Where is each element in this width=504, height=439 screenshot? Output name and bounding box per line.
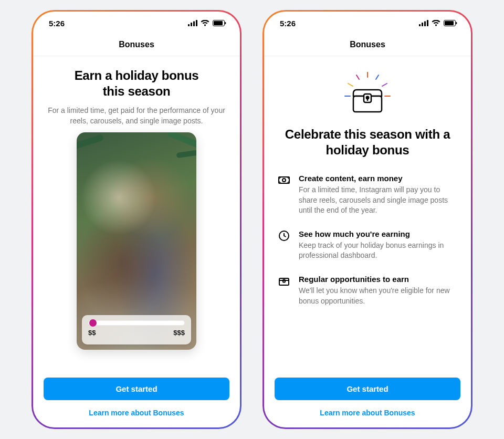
feature-opportunities: Regular opportunities to earn We'll let … (278, 275, 457, 306)
cellular-icon (419, 19, 428, 28)
learn-more-link[interactable]: Learn more about Bonuses (275, 409, 460, 417)
svg-rect-0 (188, 24, 190, 26)
title-line-2: this season (103, 84, 171, 98)
slider-min-label: $$ (88, 329, 96, 337)
money-icon (278, 174, 290, 186)
status-bar: 5:26 (264, 12, 471, 35)
slider-thumb[interactable] (89, 319, 97, 327)
feature-desc: Keep track of your holiday bonus earning… (299, 241, 457, 261)
earnings-slider-overlay: $$ $$$ (82, 315, 191, 344)
title-line-2: holiday bonus (326, 143, 410, 157)
status-icons (419, 19, 457, 28)
phone-frame-right: 5:26 Bonuses (262, 10, 472, 429)
svg-rect-2 (193, 21, 195, 26)
svg-rect-3 (196, 20, 197, 26)
svg-rect-13 (456, 22, 457, 24)
svg-rect-1 (191, 23, 192, 26)
page-title: Earn a holiday bonus this season (75, 68, 199, 99)
get-started-button[interactable]: Get started (44, 378, 229, 400)
battery-icon (444, 19, 457, 28)
get-started-button[interactable]: Get started (275, 378, 460, 400)
svg-rect-5 (214, 21, 223, 25)
svg-rect-10 (427, 20, 428, 26)
clock-icon (278, 229, 290, 242)
nav-title: Bonuses (33, 35, 240, 56)
svg-line-17 (348, 83, 353, 86)
feature-title: Regular opportunities to earn (299, 275, 457, 284)
svg-rect-12 (445, 21, 454, 25)
feature-title: See how much you're earning (299, 229, 457, 238)
slider-max-label: $$$ (173, 329, 185, 337)
feature-desc: For a limited time, Instagram will pay y… (299, 185, 457, 216)
svg-rect-7 (419, 24, 421, 26)
svg-line-16 (376, 75, 379, 79)
svg-rect-9 (424, 21, 426, 26)
hero-image-card: $$ $$$ (77, 132, 196, 350)
slider-labels: $$ $$$ (88, 329, 185, 337)
battery-icon (213, 19, 226, 28)
svg-rect-6 (225, 22, 226, 24)
phone-screen-right: 5:26 Bonuses (264, 12, 471, 427)
svg-rect-8 (422, 23, 423, 26)
phone-screen-left: 5:26 Bonuses Earn a holiday bonus this s… (33, 12, 240, 427)
status-bar: 5:26 (33, 12, 240, 35)
status-icons (188, 19, 226, 28)
title-line-1: Earn a holiday bonus (75, 68, 199, 82)
wifi-icon (432, 19, 440, 28)
nav-title: Bonuses (264, 35, 471, 56)
page-subtitle: For a limited time, get paid for the per… (47, 106, 226, 126)
feature-list: Create content, earn money For a limited… (275, 174, 460, 320)
status-time: 5:26 (49, 19, 65, 28)
phone-frame-left: 5:26 Bonuses Earn a holiday bonus this s… (32, 10, 242, 429)
treasure-chest-icon (339, 72, 396, 117)
earnings-slider[interactable] (88, 320, 185, 326)
wifi-icon (201, 19, 209, 28)
title-line-1: Celebrate this season with a (285, 127, 450, 141)
feature-title: Create content, earn money (299, 174, 457, 183)
svg-point-26 (282, 179, 286, 182)
page-title: Celebrate this season with a holiday bon… (285, 127, 450, 158)
learn-more-link[interactable]: Learn more about Bonuses (44, 409, 229, 417)
feature-track-earnings: See how much you're earning Keep track o… (278, 229, 457, 261)
feature-desc: We'll let you know when you're eligible … (299, 286, 457, 306)
svg-line-15 (356, 75, 359, 79)
status-time: 5:26 (280, 19, 296, 28)
cellular-icon (188, 19, 197, 28)
chest-small-icon (278, 275, 290, 287)
svg-point-23 (366, 97, 369, 99)
feature-create-content: Create content, earn money For a limited… (278, 174, 457, 216)
svg-line-18 (382, 83, 387, 86)
